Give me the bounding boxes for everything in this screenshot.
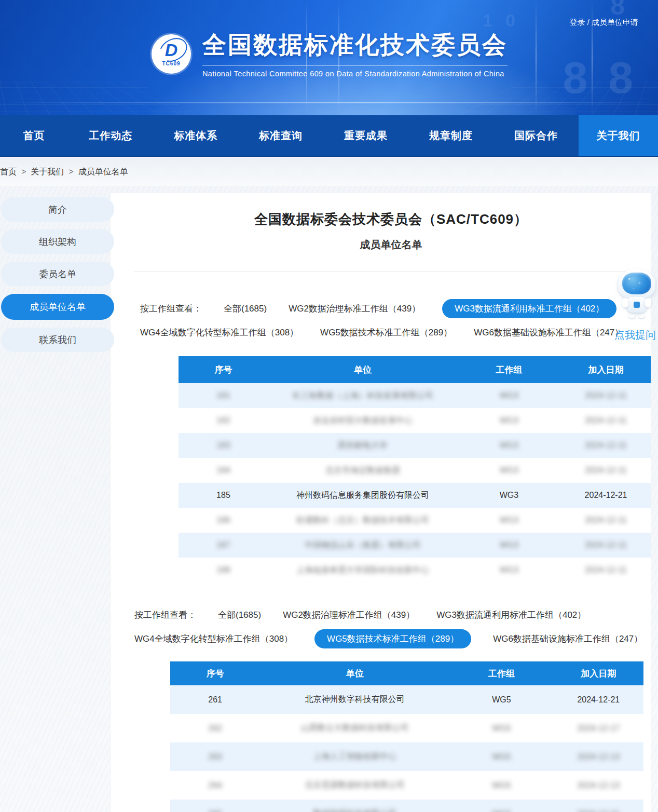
breadcrumb-separator: > [68,167,73,177]
breadcrumb: 首页>关于我们>成员单位名单 [0,158,658,186]
table-cell: 西安邮电大学 [268,433,457,458]
logo-letter: D [165,42,178,58]
table-cell: 长三角数据（上海）科技发展有限公司 [268,383,457,408]
header-light-band [0,102,658,103]
table-cell: 188 [179,558,268,583]
tc609-logo-icon: D TC609 [152,34,191,74]
table-cell: 184 [179,458,268,483]
column-header: 序号 [179,356,268,383]
table-row: 183西安邮电大学WG32024-12-11 [179,433,651,458]
breadcrumb-item-2: 成员单位名单 [78,167,128,178]
breadcrumb-item-1[interactable]: 关于我们 [31,167,64,178]
table-cell: 山西数云大数据科技有限公司 [260,714,449,742]
member-table-1: 序号单位工作组加入日期 181长三角数据（上海）科技发展有限公司WG32024-… [179,356,651,583]
table-cell: 2024-12-11 [561,533,651,558]
table-cell: WG3 [457,433,561,458]
sidebar-item-4[interactable]: 联系我们 [1,328,114,352]
column-header: 单位 [260,661,449,685]
header-digits-decoration: 1 0 [483,10,519,31]
table-cell: 数据智研科技有限公司 [260,800,449,812]
content-area: 全国数据标委会技术委员会（SAC/TC609） 成员单位名单 按工作组查看：全部… [0,186,658,812]
nav-item-2[interactable]: 标准体系 [153,115,238,156]
member-table-2: 序号单位工作组加入日期 261北京神州数字科技有限公司WG52024-12-21… [170,661,643,812]
table-cell: 北京神州数字科技有限公司 [260,685,449,714]
table-row: 184北京市海淀数据集团WG32024-12-11 [179,458,651,483]
filter-chip-wg4[interactable]: WG4全域数字化转型标准工作组（308） [134,633,293,645]
table-cell: 软通数科（北京）数据技术有限公司 [268,508,457,533]
table-cell: 2024-12-11 [561,408,651,433]
site-subtitle-en: National Technical Committee 609 on Data… [202,65,508,78]
title-divider [134,272,645,272]
nav-item-7[interactable]: 关于我们 [579,115,658,156]
filter-chip-wg4[interactable]: WG4全域数字化转型标准工作组（308） [140,327,298,339]
sidebar-item-1[interactable]: 组织架构 [1,229,114,254]
sidebar-item-3[interactable]: 成员单位名单 [1,294,114,320]
table-cell: 2024-12-11 [561,508,651,533]
filter-block-2: 按工作组查看：全部(1685)WG2数据治理标准工作组（439）WG3数据流通利… [134,606,642,647]
table-row: 262山西数云大数据科技有限公司WG52024-12-17 [170,714,643,742]
header-light-streak [536,0,537,115]
table-cell: 神州数码信息服务集团股份有限公司 [268,483,457,508]
table-cell: 264 [170,771,260,800]
page-title: 全国数据标委会技术委员会（SAC/TC609） [131,210,651,228]
filter-chip-wg3[interactable]: WG3数据流通利用标准工作组（402） [436,609,586,621]
table-cell: 182 [179,408,268,433]
filter-chip-wg2[interactable]: WG2数据治理标准工作组（439） [283,609,415,621]
table-cell: WG3 [457,458,561,483]
nav-item-3[interactable]: 标准查询 [238,115,323,156]
table-cell: 2024-12-11 [561,433,651,458]
table-cell: 2024-12-13 [554,742,643,771]
table-row: 187中国物流山东（集团）有限公司WG32024-12-11 [179,533,651,558]
site-title: 全国数据标准化技术委员会 [202,29,508,61]
sidebar-item-2[interactable]: 委员名单 [1,262,114,286]
table-row: 263上海人工智能创新中心WG52024-12-13 [170,742,643,771]
table-row: 186软通数科（北京）数据技术有限公司WG32024-12-11 [179,508,651,533]
filter-block-1: 按工作组查看：全部(1685)WG2数据治理标准工作组（439）WG3数据流通利… [140,300,623,341]
nav-item-4[interactable]: 重要成果 [323,115,408,156]
table-cell: WG3 [457,408,561,433]
brand-text: 全国数据标准化技术委员会 National Technical Committe… [202,29,508,78]
brand-block: D TC609 全国数据标准化技术委员会 National Technical … [152,29,508,78]
filter-chip-wg2[interactable]: WG2数据治理标准工作组（439） [289,303,420,315]
table-row: 182农业农村部大数据发展中心WG32024-12-11 [179,408,651,433]
filter-chip-all[interactable]: 全部(1685) [224,303,267,315]
table-cell: WG3 [457,483,561,508]
login-link[interactable]: 登录 / 成员单位申请 [569,18,638,28]
assistant-robot-icon[interactable]: ✦ ✧ · [616,269,657,318]
filter-chip-wg3[interactable]: WG3数据流通利用标准工作组（402） [442,299,616,318]
table-cell: 2024-12-17 [554,714,643,742]
table-cell: 2024-12-21 [554,800,643,812]
filter-group-label: 按工作组查看： [134,609,196,621]
table-cell: 2024-12-11 [561,383,651,408]
table-cell: 2024-12-21 [554,685,643,714]
breadcrumb-item-0[interactable]: 首页 [0,167,17,178]
table-row: 261北京神州数字科技有限公司WG52024-12-21 [170,685,643,714]
nav-item-1[interactable]: 工作动态 [68,115,153,156]
table-row: 264北京思源数据科技有限公司WG52024-12-13 [170,771,643,800]
nav-item-6[interactable]: 国际合作 [494,115,579,156]
sidebar-item-0[interactable]: 简介 [1,197,114,222]
filter-chip-all[interactable]: 全部(1685) [218,609,261,621]
table-row: 181长三角数据（上海）科技发展有限公司WG32024-12-11 [179,383,651,408]
table-cell: WG5 [449,714,554,742]
table-cell: 186 [179,508,268,533]
table-cell: WG3 [457,383,561,408]
filter-chip-wg6[interactable]: WG6数据基础设施标准工作组（247） [493,633,642,645]
sidebar: 简介组织架构委员名单成员单位名单联系我们 [1,197,114,360]
filter-group-label: 按工作组查看： [140,303,202,315]
filter-chip-wg5[interactable]: WG5数据技术标准工作组（289） [314,629,471,648]
table-cell: 263 [170,742,260,771]
nav-item-0[interactable]: 首页 [0,115,68,156]
table-cell: 北京市海淀数据集团 [268,458,457,483]
table-2-header: 序号单位工作组加入日期 [170,661,643,685]
table-cell: 262 [170,714,260,742]
filter-line-2: WG4全域数字化转型标准工作组（308）WG5数据技术标准工作组（289）WG6… [140,324,623,341]
nav-item-5[interactable]: 规章制度 [408,115,494,156]
table-cell: 2024-12-13 [554,771,643,800]
filter-line-1: 按工作组查看：全部(1685)WG2数据治理标准工作组（439）WG3数据流通利… [134,606,642,624]
table-cell: 183 [179,433,268,458]
filter-chip-wg5[interactable]: WG5数据技术标准工作组（289） [320,327,452,339]
assistant-ask-link[interactable]: 点我提问 [610,328,658,342]
table-cell: WG5 [449,685,554,714]
filter-chip-wg6[interactable]: WG6数据基础设施标准工作组（247） [474,327,623,339]
